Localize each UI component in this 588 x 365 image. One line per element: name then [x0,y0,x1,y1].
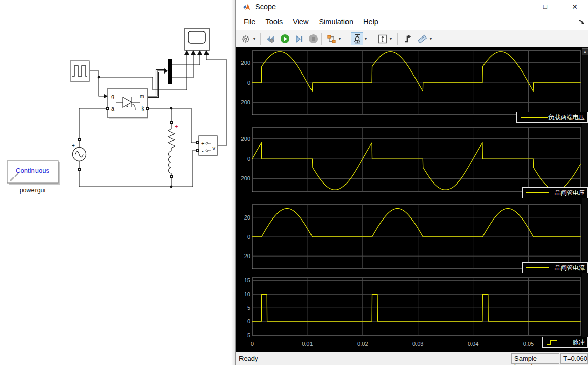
y-tick-label: 0 [247,318,250,324]
scope-screen-icon [188,31,205,43]
resistor-icon [168,129,175,148]
status-sim-time: T=0.060 [560,353,588,364]
legend-plot-1[interactable]: 负载两端电压 [516,112,588,123]
cursor-measurements-icon [353,34,361,44]
signal-wires[interactable] [79,55,227,187]
port-label-m: m [140,93,144,99]
y-tick-label: -20 [242,253,250,259]
cursor-measurements-dropdown-arrow[interactable]: ▾ [365,36,369,42]
scope-block[interactable] [184,28,210,55]
vm-minus-label: - [202,148,204,154]
legend-text: 晶闸管电流 [555,264,585,272]
port-label-k: k [142,105,145,112]
menu-overflow-arrow-icon[interactable] [578,19,585,26]
plot-box [252,278,581,335]
stop-button[interactable] [307,32,320,45]
legend-plot-2[interactable]: 晶闸管电压 [522,187,588,198]
y-tick-label: -200 [239,175,250,181]
series-rl-load-block[interactable]: + [168,121,178,178]
x-tick-label: 0.04 [468,341,478,347]
y-tick-label: -5 [245,332,250,338]
statusbar: Ready Sample based T=0.060 [236,352,588,365]
menu-item-help[interactable]: Help [361,15,381,28]
legend-text: 脉冲 [573,338,585,347]
model-pane-edge [231,0,235,365]
scope-subplot-4[interactable]: 151050-5 [244,277,581,338]
minimize-button[interactable]: — [505,0,525,13]
legend-step-sample [546,339,559,346]
x-tick-label: 0.05 [523,341,534,347]
inductor-icon [169,151,172,173]
thyristor-block[interactable]: g m a k [106,88,149,119]
model-diagram: g m a k [0,0,235,365]
port-label-g: g [111,93,114,99]
y-tick-label: 200 [241,136,250,142]
maximize-button[interactable]: □ [535,0,556,13]
stop-icon [308,34,318,44]
port-label-a: a [111,105,115,112]
step-back-icon [266,35,275,43]
y-tick-label: 20 [244,214,250,221]
y-tick-label: 5 [247,305,250,311]
ac-voltage-source-block[interactable]: + [72,138,86,171]
measurements-ruler-button[interactable] [416,32,428,45]
scope-toolbar: ▾ [236,30,588,47]
load-plus-sign: + [175,123,178,129]
x-tick-label: 0.02 [357,341,368,347]
powergui-block[interactable]: Continuous powergui [7,161,60,194]
y-tick-label: 0 [247,80,250,86]
x-tick-label: 0.01 [302,341,313,347]
scope-subplot-1[interactable]: 2000-200 [239,51,581,115]
step-forward-icon [295,35,303,43]
simulink-hierarchy-button[interactable] [325,32,338,45]
settings-gear-button[interactable] [239,32,252,45]
settings-dropdown-arrow[interactable]: ▾ [253,36,258,42]
window-title: Scope [255,3,276,11]
scope-subplot-2[interactable]: 2000-200 [239,128,581,192]
voltage-measurement-block[interactable]: + - v [196,136,218,156]
cursor-measurements-button[interactable] [351,32,363,45]
titlebar[interactable]: Scope — □ ✕ [236,0,588,15]
menu-item-simulation[interactable]: Simulation [316,15,356,28]
scope-plot-canvas[interactable]: 2000-2002000-200200-20151050-500.010.020… [236,47,588,352]
status-sample-mode: Sample based [511,353,559,364]
legend-line-sample [526,192,549,193]
y-tick-label: 0 [247,156,250,162]
scale-axes-icon [378,34,387,44]
close-button[interactable]: ✕ [565,0,585,13]
status-ready-text: Ready [239,355,258,362]
legend-text: 晶闸管电压 [555,189,585,197]
application-window: g m a k [0,0,588,365]
demux-block[interactable] [168,59,172,84]
menu-item-tools[interactable]: Tools [263,15,285,28]
legend-plot-3[interactable]: 晶闸管电流 [522,262,588,273]
powergui-label: powergui [20,187,46,194]
scope-subplot-3[interactable]: 200-20 [242,205,581,269]
menu-item-view[interactable]: View [290,15,311,28]
scale-axes-dropdown-arrow[interactable]: ▾ [390,36,394,42]
y-tick-label: 15 [244,277,250,283]
measurements-dropdown-arrow[interactable]: ▾ [430,36,434,42]
source-plus-sign: + [72,143,75,149]
menu-item-file[interactable]: File [241,15,258,28]
vm-v-label: v [213,145,216,151]
pulse-generator-block[interactable] [70,61,90,82]
step-back-button[interactable] [264,32,277,45]
legend-plot-4[interactable]: 脉冲 [542,337,588,348]
run-button[interactable] [279,32,291,45]
plot-scrollbar[interactable]: ▲ [582,47,588,352]
x-tick-label: 0 [251,341,254,347]
gear-icon [241,34,250,44]
measurements-ruler-icon [417,34,427,44]
step-forward-button[interactable] [293,32,305,45]
scrollbar-up-button[interactable]: ▲ [582,48,588,55]
legend-text: 负载两端电压 [548,113,585,122]
powergui-continuous-text: Continuous [16,167,49,174]
vm-plus-label: + [201,140,204,147]
plot-box [252,128,581,192]
trigger-button[interactable] [401,32,414,45]
scale-axes-button[interactable] [376,32,389,45]
x-tick-label: 0.03 [412,341,423,347]
hierarchy-dropdown-arrow[interactable]: ▾ [339,36,343,42]
simulink-model-canvas[interactable]: g m a k [0,0,235,365]
